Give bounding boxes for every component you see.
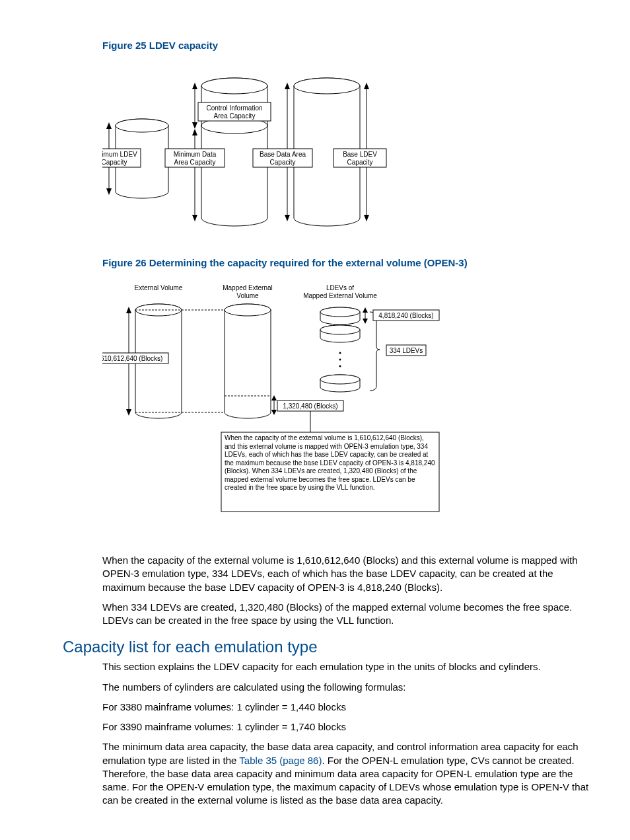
- svg-marker-18: [285, 215, 290, 221]
- body-p1: When the capacity of the external volume…: [102, 554, 590, 594]
- svg-point-55: [320, 307, 360, 317]
- svg-marker-47: [126, 409, 131, 416]
- svg-text:Capacity: Capacity: [270, 159, 296, 166]
- svg-text:Control Information: Control Information: [206, 104, 262, 112]
- section-p2: The numbers of cylinders are calculated …: [102, 681, 590, 694]
- svg-point-49: [225, 304, 271, 316]
- figure-26-diagram: External Volume Mapped External Volume L…: [102, 280, 590, 534]
- svg-text:Area Capacity: Area Capacity: [214, 112, 256, 120]
- svg-text:LDEVs of: LDEVs of: [326, 284, 354, 291]
- svg-marker-53: [271, 410, 277, 415]
- svg-text:Capacity: Capacity: [102, 159, 127, 166]
- svg-point-57: [320, 325, 360, 334]
- figure-26-note: When the capacity of the external volume…: [225, 434, 436, 492]
- body-paragraphs: When the capacity of the external volume…: [102, 554, 590, 627]
- base-ldev-blocks-label: 4,818,240 (Blocks): [378, 312, 433, 319]
- svg-marker-14: [192, 129, 197, 135]
- figure-25-block: Figure 25 LDEV capacity: [102, 40, 590, 237]
- svg-text:Area Capacity: Area Capacity: [174, 159, 216, 166]
- section-heading: Capacity list for each emulation type: [63, 638, 590, 656]
- section-p1: This section explains the LDEV capacity …: [102, 660, 590, 673]
- section-body: This section explains the LDEV capacity …: [102, 660, 590, 807]
- svg-marker-12: [192, 122, 197, 129]
- svg-point-62: [320, 375, 360, 384]
- svg-marker-11: [192, 83, 197, 89]
- svg-marker-52: [271, 395, 277, 401]
- body-p2: When 334 LDEVs are created, 1,320,480 (B…: [102, 601, 590, 628]
- svg-text:Capacity: Capacity: [347, 159, 373, 166]
- section-p4: For 3390 mainframe volumes: 1 cylinder =…: [102, 720, 590, 734]
- svg-text:Volume: Volume: [236, 292, 259, 299]
- document-page: Figure 25 LDEV capacity: [0, 0, 630, 840]
- figure-26-title: Figure 26 Determining the capacity requi…: [102, 257, 590, 268]
- svg-point-59: [339, 359, 341, 361]
- table-35-link[interactable]: Table 35 (page 86): [239, 755, 322, 766]
- svg-marker-8: [106, 122, 112, 129]
- ext-vol-label: External Volume: [135, 284, 183, 291]
- ldev-count-label: 334 LDEVs: [390, 347, 423, 354]
- svg-text:Mapped External Volume: Mapped External Volume: [303, 292, 377, 299]
- svg-marker-15: [192, 215, 197, 221]
- svg-point-6: [294, 78, 360, 94]
- svg-marker-17: [285, 83, 290, 89]
- figure-26-svg: External Volume Mapped External Volume L…: [102, 280, 446, 531]
- free-blocks-label: 1,320,480 (Blocks): [283, 402, 337, 410]
- section-p3: For 3380 mainframe volumes: 1 cylinder =…: [102, 701, 590, 714]
- svg-marker-46: [126, 307, 131, 313]
- svg-text:Minimum LDEV: Minimum LDEV: [102, 151, 137, 158]
- svg-marker-65: [363, 319, 368, 324]
- svg-text:Minimum Data: Minimum Data: [174, 151, 217, 158]
- svg-point-60: [339, 365, 341, 367]
- svg-text:Base Data Area: Base Data Area: [260, 151, 306, 158]
- section-p5: The minimum data area capacity, the base…: [102, 740, 590, 807]
- svg-text:Base LDEV: Base LDEV: [343, 151, 377, 158]
- svg-point-58: [339, 352, 341, 354]
- blocks-total-label: 1,610,612,640 (Blocks): [102, 355, 162, 362]
- svg-point-3: [201, 78, 267, 94]
- figure-25-title: Figure 25 LDEV capacity: [102, 40, 590, 51]
- figure-25-diagram: Control Information Area Capacity Minimu…: [102, 63, 590, 237]
- figure-26-block: Figure 26 Determining the capacity requi…: [102, 257, 590, 534]
- svg-marker-20: [364, 83, 369, 89]
- svg-text:Mapped External: Mapped External: [223, 284, 273, 291]
- svg-point-1: [116, 119, 168, 132]
- svg-marker-9: [106, 188, 112, 195]
- svg-marker-64: [363, 307, 368, 313]
- svg-marker-21: [364, 215, 369, 221]
- figure-25-svg: Control Information Area Capacity Minimu…: [102, 63, 406, 235]
